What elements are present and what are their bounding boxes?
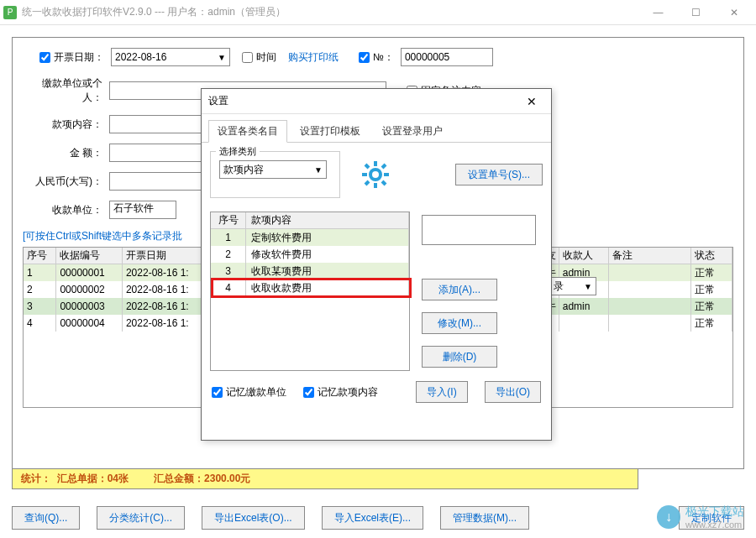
list-item[interactable]: 1定制软件费用 bbox=[211, 229, 409, 246]
stats-bar: 统计： 汇总单据：04张 汇总金额：2300.00元 bbox=[12, 469, 638, 489]
amount-input[interactable] bbox=[109, 144, 210, 162]
num-input[interactable]: 00000005 bbox=[401, 48, 493, 66]
minimize-button[interactable]: — bbox=[639, 0, 677, 25]
chevron-down-icon: ▼ bbox=[314, 165, 323, 175]
chevron-down-icon: ▼ bbox=[218, 53, 226, 62]
import-excel-button[interactable]: 导入Excel表(E)... bbox=[322, 506, 423, 530]
export-button[interactable]: 导出(O) bbox=[485, 381, 541, 403]
category-table-header: 序号 款项内容 bbox=[211, 212, 409, 229]
app-icon: P bbox=[3, 6, 17, 19]
preview-box bbox=[422, 215, 536, 245]
titlebar: P 统一收款收据打印软件V2.9.0 --- 用户名：admin（管理员） — … bbox=[0, 0, 756, 25]
date-checkbox[interactable] bbox=[39, 52, 50, 63]
download-icon: ↓ bbox=[657, 505, 680, 529]
amount-cn-input[interactable] bbox=[109, 172, 210, 191]
tab-users[interactable]: 设置登录用户 bbox=[373, 120, 452, 143]
category-table[interactable]: 序号 款项内容 1定制软件费用2修改软件费用3收取某项费用4收取收款费用 bbox=[210, 212, 410, 371]
gear-icon bbox=[360, 159, 391, 190]
date-checkbox-label[interactable]: 开票日期： bbox=[39, 50, 104, 65]
tab-templates[interactable]: 设置打印模板 bbox=[291, 120, 370, 143]
query-button[interactable]: 查询(Q)... bbox=[12, 506, 80, 530]
maximize-button[interactable]: ☐ bbox=[677, 0, 715, 25]
watermark: ↓ 极光下载站 www.xz7.com bbox=[657, 504, 744, 530]
amount-label: 金 额： bbox=[23, 146, 102, 160]
category-group: 选择类别 款项内容 ▼ bbox=[210, 151, 340, 198]
window-title: 统一收款收据打印软件V2.9.0 --- 用户名：admin（管理员） bbox=[22, 5, 639, 19]
dialog-title: 设置 bbox=[208, 94, 519, 108]
delete-button[interactable]: 删除(D) bbox=[422, 346, 497, 368]
import-button[interactable]: 导入(I) bbox=[416, 381, 467, 403]
export-excel-button[interactable]: 导出Excel表(O)... bbox=[202, 506, 305, 530]
chevron-down-icon: ▼ bbox=[584, 282, 592, 291]
set-number-button[interactable]: 设置单号(S)... bbox=[455, 164, 543, 185]
add-button[interactable]: 添加(A)... bbox=[422, 279, 497, 300]
date-input[interactable]: 2022-08-16 ▼ bbox=[111, 48, 230, 66]
record-dropdown-fragment[interactable]: 录 ▼ bbox=[549, 277, 596, 295]
amount-cn-label: 人民币(大写)： bbox=[23, 175, 102, 189]
num-checkbox-label[interactable]: №： bbox=[359, 50, 394, 65]
remember-item-checkbox-label[interactable]: 记忆款项内容 bbox=[303, 385, 378, 400]
buy-paper-link[interactable]: 购买打印纸 bbox=[288, 50, 339, 65]
settings-dialog: 设置 ✕ 设置各类名目 设置打印模板 设置登录用户 选择类别 款项内容 ▼ 设置… bbox=[201, 88, 552, 441]
list-item[interactable]: 2修改软件费用 bbox=[211, 246, 409, 263]
payee-input[interactable]: 石子软件 bbox=[109, 201, 176, 219]
svg-line-5 bbox=[365, 165, 369, 168]
remember-item-checkbox[interactable] bbox=[303, 387, 314, 398]
close-button[interactable]: ✕ bbox=[715, 0, 753, 25]
classify-button[interactable]: 分类统计(C)... bbox=[97, 506, 185, 530]
category-select[interactable]: 款项内容 ▼ bbox=[219, 160, 327, 179]
svg-line-7 bbox=[382, 165, 386, 168]
remember-unit-checkbox[interactable] bbox=[212, 387, 223, 398]
payer-label: 缴款单位或个人： bbox=[23, 76, 102, 105]
num-checkbox[interactable] bbox=[359, 52, 370, 63]
svg-line-8 bbox=[365, 181, 369, 185]
svg-line-6 bbox=[382, 181, 386, 185]
list-item[interactable]: 3收取某项费用 bbox=[211, 263, 409, 279]
time-checkbox-label[interactable]: 时间 bbox=[242, 50, 276, 65]
manage-data-button[interactable]: 管理数据(M)... bbox=[440, 506, 529, 530]
dialog-close-button[interactable]: ✕ bbox=[519, 91, 544, 112]
time-checkbox[interactable] bbox=[242, 52, 253, 63]
edit-button[interactable]: 修改(M)... bbox=[422, 312, 497, 334]
remember-unit-checkbox-label[interactable]: 记忆缴款单位 bbox=[212, 385, 286, 400]
list-item[interactable]: 4收取收款费用 bbox=[211, 279, 409, 296]
item-label: 款项内容： bbox=[23, 118, 102, 132]
payee-label: 收款单位： bbox=[23, 203, 102, 217]
item-input[interactable] bbox=[109, 115, 210, 133]
tab-categories[interactable]: 设置各类名目 bbox=[208, 120, 287, 143]
svg-point-9 bbox=[372, 171, 379, 178]
